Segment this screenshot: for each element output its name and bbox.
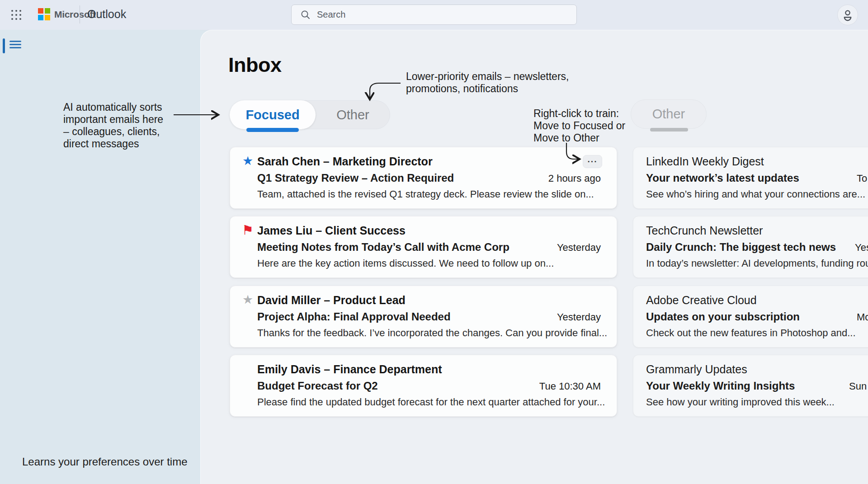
- app-launcher-icon[interactable]: [9, 8, 24, 22]
- tab-other-label: Other: [336, 108, 369, 122]
- topbar-divider: [80, 5, 80, 23]
- email-sender: Emily Davis – Finance Department: [257, 363, 442, 376]
- tab-focused[interactable]: Focused: [230, 100, 316, 129]
- email-preview: Thanks for the feedback. I’ve incorporat…: [257, 327, 607, 339]
- star-icon[interactable]: ★: [240, 153, 255, 169]
- email-preview: Team, attached is the revised Q1 strateg…: [257, 188, 594, 200]
- email-time: Yesterday: [557, 311, 601, 323]
- sidebar-footer-note: Learns your preferences over time: [22, 456, 188, 468]
- top-bar: Microsoft Outlook Search: [0, 0, 868, 30]
- other-panel-tab-underline: [650, 128, 688, 132]
- email-subject: Your network’s latest updates: [646, 172, 799, 184]
- search-icon: [301, 10, 311, 20]
- email-preview: See who’s hiring and what your connectio…: [646, 188, 865, 200]
- email-preview: In today’s newsletter: AI developments, …: [646, 258, 868, 269]
- email-preview: Here are the key action items discussed.…: [257, 258, 554, 269]
- more-options-button[interactable]: ···: [583, 155, 602, 168]
- email-subject: Daily Crunch: The biggest tech news: [646, 241, 836, 254]
- other-panel-tab[interactable]: Other: [631, 99, 707, 129]
- flag-icon[interactable]: ⚑: [240, 222, 255, 238]
- email-sender: Grammarly Updates: [646, 363, 747, 376]
- email-sender: Sarah Chen – Marketing Director: [257, 155, 433, 168]
- other-panel-tab-label: Other: [652, 107, 685, 122]
- email-subject: Q1 Strategy Review – Action Required: [257, 172, 454, 184]
- email-row-other-1[interactable]: LinkedIn Weekly Digest Your network’s la…: [633, 147, 868, 209]
- email-row-focused-1[interactable]: ★ Sarah Chen – Marketing Director Q1 Str…: [230, 147, 617, 209]
- inbox-tab-switcher: Focused Other: [230, 100, 390, 129]
- search-placeholder: Search: [317, 9, 345, 20]
- account-button[interactable]: [837, 5, 858, 25]
- star-icon[interactable]: ★: [240, 292, 255, 307]
- email-time: Sun: [849, 381, 867, 392]
- email-time: Mor: [857, 311, 868, 323]
- email-time: To: [857, 173, 867, 184]
- email-sender: David Miller – Product Lead: [257, 294, 406, 307]
- search-input[interactable]: Search: [291, 5, 577, 25]
- annotation-right-click-train: Right-click to train: Move to Focused or…: [533, 108, 625, 144]
- email-preview: Please find the updated budget forecast …: [257, 396, 605, 408]
- tab-focused-active-underline: [246, 128, 299, 132]
- email-row-focused-3[interactable]: ★ David Miller – Product Lead Project Al…: [230, 286, 617, 348]
- email-subject: Budget Forecast for Q2: [257, 380, 378, 392]
- person-icon: [841, 9, 854, 21]
- email-subject: Updates on your subscription: [646, 310, 800, 323]
- tab-focused-label: Focused: [245, 108, 299, 122]
- email-row-focused-4[interactable]: Emily Davis – Finance Department Budget …: [230, 355, 617, 417]
- email-row-other-2[interactable]: TechCrunch Newsletter Daily Crunch: The …: [633, 216, 868, 278]
- tab-other[interactable]: Other: [316, 101, 390, 129]
- email-sender: Adobe Creative Cloud: [646, 294, 757, 307]
- email-time: Yesterday: [557, 242, 601, 254]
- outlook-window: Microsoft Outlook Search AI automaticall…: [0, 0, 868, 484]
- hamburger-menu-icon[interactable]: [9, 40, 22, 50]
- nav-accent-bar: [3, 38, 5, 53]
- email-preview: See how your writing improved this week.…: [646, 396, 835, 408]
- email-subject: Meeting Notes from Today’s Call with Acm…: [257, 241, 509, 254]
- email-time: 2 hours ago: [548, 173, 601, 184]
- email-sender: James Liu – Client Success: [257, 224, 406, 237]
- email-time: Yest: [855, 242, 868, 254]
- email-time: Tue 10:30 AM: [539, 381, 601, 392]
- email-preview: Check out the new features in Photoshop …: [646, 327, 856, 339]
- email-row-focused-2[interactable]: ⚑ James Liu – Client Success Meeting Not…: [230, 216, 617, 278]
- email-sender: TechCrunch Newsletter: [646, 224, 763, 237]
- sidebar: AI automatically sorts important emails …: [0, 30, 200, 484]
- email-row-other-3[interactable]: Adobe Creative Cloud Updates on your sub…: [633, 286, 868, 348]
- annotation-focused-inbox: AI automatically sorts important emails …: [63, 101, 181, 150]
- email-subject: Your Weekly Writing Insights: [646, 380, 795, 392]
- email-row-other-4[interactable]: Grammarly Updates Your Weekly Writing In…: [633, 355, 868, 417]
- microsoft-logo-icon: [38, 8, 50, 20]
- app-launcher-grid-icon: [9, 8, 24, 22]
- page-title: Inbox: [228, 53, 282, 77]
- annotation-other-tab: Lower-priority emails – newsletters, pro…: [406, 70, 569, 95]
- email-subject: Project Alpha: Final Approval Needed: [257, 310, 451, 323]
- email-sender: LinkedIn Weekly Digest: [646, 155, 764, 168]
- product-title: Outlook: [87, 8, 126, 21]
